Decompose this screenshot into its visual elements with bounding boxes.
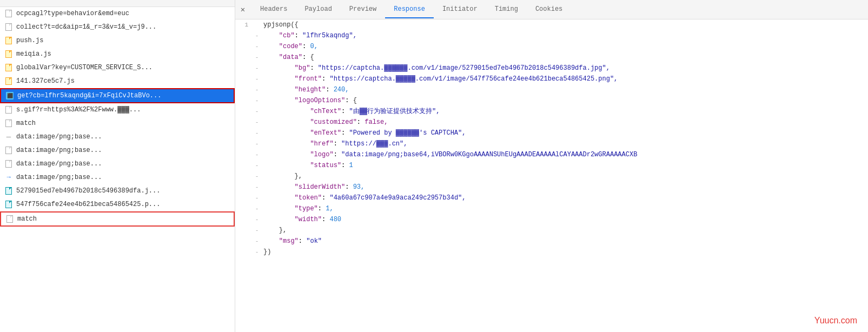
tab-initiator[interactable]: Initiator (434, 1, 486, 18)
code-panel[interactable]: 1ypjsonp({- "cb": "lfhr5kaqndg",- "code"… (235, 19, 868, 332)
code-line: - }, (235, 225, 868, 236)
code-line: - "height": 240, (235, 84, 868, 95)
file-list-item[interactable]: 141.327ce5c7.js (0, 75, 235, 88)
code-content: "enText": "Powered by ▓▓▓▓▓▓'s CAPTCHA", (261, 128, 868, 138)
collapse-arrow[interactable]: - (253, 30, 261, 41)
file-icon (4, 77, 13, 85)
file-list-header (0, 0, 235, 7)
file-list-item[interactable]: —data:image/png;base... (0, 130, 235, 144)
code-content: "customized": false, (261, 117, 868, 128)
code-content: "sliderWidth": 93, (261, 182, 868, 192)
file-list-item[interactable]: s.gif?r=https%3A%2F%2Fwww.▓▓▓... (0, 103, 235, 117)
code-content: }, (261, 171, 868, 182)
collapse-arrow[interactable]: - (253, 63, 261, 74)
collapse-arrow[interactable]: - (253, 160, 261, 171)
file-list: ocpcagl?type=behavior&emd=euccollect?t=d… (0, 7, 235, 332)
code-content: "front": "https://captcha.▓▓▓▓▓.com/v1/i… (261, 74, 868, 84)
collapse-arrow[interactable]: - (253, 214, 261, 225)
tabs-bar: ✕ HeadersPayloadPreviewResponseInitiator… (235, 0, 868, 19)
code-line: - "logo": "data:image/png;base64,iVBORw0… (235, 149, 868, 160)
code-line: -}) (235, 247, 868, 257)
file-list-item[interactable]: →data:image/png;base... (0, 171, 235, 184)
file-list-item[interactable]: match (0, 211, 235, 227)
close-button[interactable]: ✕ (237, 4, 248, 15)
code-content: "cb": "lfhr5kaqndg", (261, 30, 868, 41)
code-content: "code": 0, (261, 41, 868, 52)
collapse-arrow[interactable]: - (253, 247, 261, 257)
file-list-item[interactable]: data:image/png;base... (0, 144, 235, 157)
collapse-arrow[interactable]: - (253, 128, 261, 138)
code-content: "bg": "https://captcha.▓▓▓▓▓▓.com/v1/ima… (261, 63, 868, 74)
collapse-arrow[interactable]: - (253, 192, 261, 203)
collapse-arrow[interactable]: - (253, 106, 261, 117)
tab-cookies[interactable]: Cookies (527, 1, 571, 18)
code-line: - "customized": false, (235, 117, 868, 128)
code-line: - "sliderWidth": 93, (235, 182, 868, 192)
file-name-label: match (16, 119, 230, 127)
file-list-item[interactable]: ocpcagl?type=behavior&emd=euc (0, 7, 235, 21)
code-line: - "data": { (235, 52, 868, 63)
file-list-item[interactable]: push.js (0, 34, 235, 48)
collapse-arrow[interactable]: - (253, 52, 261, 63)
code-content: "token": "4a60a67c907a4e9a9aca249c2957b3… (261, 192, 868, 203)
file-list-item[interactable]: 547f756cafe24ee4b621beca54865425.p... (0, 198, 235, 211)
file-list-item[interactable]: ⬛get?cb=lfhr5kaqndg&i=7xFqiCvJtaBVo... (0, 88, 235, 103)
code-line: - "msg": "ok" (235, 236, 868, 247)
collapse-arrow[interactable]: - (253, 84, 261, 95)
collapse-arrow[interactable]: - (253, 203, 261, 214)
code-line: 1ypjsonp({ (235, 19, 868, 30)
file-name-label: data:image/png;base... (16, 160, 230, 168)
file-icon (4, 119, 13, 128)
file-list-item[interactable]: 5279015ed7eb4967b2018c5496389dfa.j... (0, 184, 235, 198)
file-icon (4, 105, 13, 114)
file-list-item[interactable]: globalVar?key=CUSTOMER_SERVICE_S... (0, 61, 235, 75)
file-icon (5, 215, 14, 223)
file-name-label: data:image/png;base... (16, 147, 230, 154)
code-line: - "chText": "由▓▓行为验证提供技术支持", (235, 106, 868, 117)
file-name-label: collect?t=dc&aip=1&_r=3&v=1&_v=j9... (16, 23, 230, 31)
file-icon (4, 187, 13, 195)
code-content: "msg": "ok" (261, 236, 868, 247)
code-line: - "status": 1 (235, 160, 868, 171)
collapse-arrow[interactable]: - (253, 182, 261, 192)
file-icon: ⬛ (5, 91, 14, 100)
code-content: "href": "https://▓▓▓.cn", (261, 138, 868, 149)
tab-timing[interactable]: Timing (486, 1, 527, 18)
file-name-label: data:image/png;base... (16, 133, 230, 141)
file-name-label: ocpcagl?type=behavior&emd=euc (16, 10, 230, 17)
tab-payload[interactable]: Payload (296, 1, 340, 18)
tab-preview[interactable]: Preview (341, 1, 385, 18)
tab-headers[interactable]: Headers (251, 1, 296, 18)
collapse-arrow[interactable]: - (253, 95, 261, 106)
tab-response[interactable]: Response (385, 1, 434, 18)
file-name-label: meiqia.js (16, 50, 230, 58)
file-list-item[interactable]: data:image/png;base... (0, 157, 235, 171)
file-icon (4, 160, 13, 168)
collapse-arrow[interactable]: - (253, 74, 261, 84)
file-icon (4, 23, 13, 31)
collapse-arrow[interactable]: - (253, 171, 261, 182)
collapse-arrow[interactable]: - (253, 149, 261, 160)
collapse-arrow[interactable]: - (253, 117, 261, 128)
code-line: - "enText": "Powered by ▓▓▓▓▓▓'s CAPTCHA… (235, 128, 868, 138)
file-icon (4, 63, 13, 72)
code-content: "logoOptions": { (261, 95, 868, 106)
file-name-label: globalVar?key=CUSTOMER_SERVICE_S... (16, 64, 230, 71)
file-icon (4, 9, 13, 18)
code-line: - "cb": "lfhr5kaqndg", (235, 30, 868, 41)
code-line: - "logoOptions": { (235, 95, 868, 106)
file-icon: → (4, 173, 13, 182)
code-content: "status": 1 (261, 160, 868, 171)
collapse-arrow[interactable]: - (253, 41, 261, 52)
file-list-item[interactable]: collect?t=dc&aip=1&_r=3&v=1&_v=j9... (0, 21, 235, 34)
code-content: "logo": "data:image/png;base64,iVBORw0KG… (261, 149, 868, 160)
code-line: - }, (235, 171, 868, 182)
file-icon: — (4, 132, 13, 141)
file-icon (4, 146, 13, 155)
file-list-item[interactable]: match (0, 117, 235, 130)
collapse-arrow[interactable]: - (253, 138, 261, 149)
file-list-item[interactable]: meiqia.js (0, 48, 235, 61)
code-content: "width": 480 (261, 214, 868, 225)
collapse-arrow[interactable]: - (253, 225, 261, 236)
collapse-arrow[interactable]: - (253, 236, 261, 247)
